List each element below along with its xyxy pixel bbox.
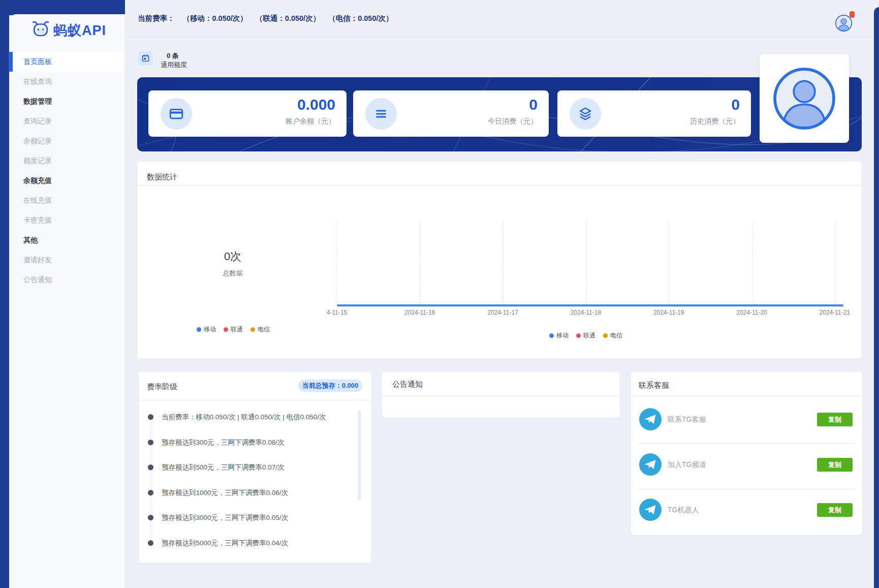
scrollbar-thumb[interactable] (358, 410, 361, 501)
sidebar-item-label: 在线充值 (23, 196, 52, 205)
sidebar-item[interactable]: 首页面板 (9, 52, 124, 72)
layers-icon (570, 98, 601, 130)
sidebar-section-header: 余额充值 (9, 171, 124, 191)
sidebar-item-label: 查询记录 (23, 117, 52, 126)
tier-bullet (148, 440, 153, 445)
profile-avatar-card (760, 54, 849, 143)
user-avatar-button[interactable] (835, 14, 853, 32)
chart-gridline (835, 222, 835, 305)
legend-dot (576, 333, 581, 338)
stat-card: 0.000账户余额（元） (148, 90, 347, 137)
notice-title: 公告通知 (392, 380, 423, 389)
current-rates: 当前费率： （移动：0.050/次）（联通：0.050/次）（电信：0.050/… (138, 0, 393, 37)
chart-gridline (420, 222, 420, 305)
stat-label: 今日消费（元） (488, 117, 538, 126)
sidebar-item[interactable]: 余额记录 (9, 131, 124, 151)
stat-value: 0.000 (286, 96, 335, 114)
telegram-icon (639, 408, 662, 430)
tier-text: 预存额达到1000元，三网下调费率0.06/次 (162, 488, 288, 498)
legend-label: 联通 (231, 325, 243, 334)
legend-dot (603, 333, 608, 338)
tier-bullet (148, 465, 153, 470)
legend-item[interactable]: 移动 (549, 331, 569, 340)
tier-bullet (148, 414, 153, 420)
copy-button[interactable]: 复制 (817, 503, 853, 517)
sidebar-item-label: 其他 (23, 236, 38, 245)
legend-label: 电信 (610, 331, 622, 340)
stat-value: 0 (488, 96, 538, 114)
total-prestore-badge: 当前总预存：0.000 (298, 380, 362, 392)
rate-item-2: （电信：0.050/次） (328, 14, 393, 23)
chart-gridline (503, 222, 504, 305)
legend-item[interactable]: 电信 (250, 325, 270, 334)
copy-button[interactable]: 复制 (817, 458, 853, 472)
chart-legend-left: 移动联通电信 (197, 325, 270, 334)
stat-label: 历史消费（元） (690, 117, 740, 126)
tier-text: 预存额达到5000元，三网下调费率0.04/次 (162, 539, 288, 548)
copy-button[interactable]: 复制 (817, 413, 853, 426)
x-axis-label: 2024-11-19 (653, 309, 684, 316)
stat-content: 0今日消费（元） (488, 96, 538, 126)
sidebar-item[interactable]: 在线充值 (9, 191, 124, 210)
brand-logo: 蚂蚁API (9, 14, 124, 47)
legend-label: 移动 (204, 325, 216, 334)
sidebar-item[interactable]: 额度记录 (9, 151, 124, 171)
sidebar-item[interactable]: 公告通知 (9, 270, 124, 290)
telegram-icon (639, 453, 662, 476)
profile-avatar-icon (772, 67, 836, 131)
sidebar-menu: 首页面板在线查询数据管理查询记录余额记录额度记录余额充值在线充值卡密充值其他邀请… (9, 52, 124, 290)
telegram-icon (639, 499, 662, 521)
legend-item[interactable]: 联通 (576, 331, 595, 340)
divider (638, 443, 855, 444)
ant-icon (32, 20, 50, 41)
stat-value: 0 (690, 96, 740, 114)
chart-gridline (752, 222, 752, 305)
chart-legend-center: 移动联通电信 (549, 331, 622, 340)
chart-total: 0次 总数据 (197, 249, 268, 278)
sidebar-item-label: 余额记录 (23, 137, 52, 146)
credit-card-icon (161, 98, 192, 130)
sidebar-item-label: 在线查询 (23, 77, 52, 86)
chart-total-value: 0次 (197, 249, 268, 264)
list-icon (365, 98, 397, 130)
stat-card: 0今日消费（元） (353, 90, 549, 137)
sidebar-section-header: 数据管理 (9, 91, 124, 111)
rate-item-0: （移动：0.050/次） (183, 14, 247, 23)
rate-tiers-card: 费率阶级 当前总预存：0.000 当前费率：移动0.050/次 | 联通0.05… (139, 372, 371, 563)
sidebar-item[interactable]: 卡密充值 (9, 210, 124, 230)
sidebar-item-label: 余额充值 (23, 176, 52, 185)
support-label: 联系TG客服 (668, 415, 706, 424)
sidebar-item[interactable]: 查询记录 (9, 111, 124, 131)
support-title: 联系客服 (639, 381, 669, 390)
divider (631, 396, 862, 396)
rates-label: 当前费率： (138, 14, 175, 23)
sidebar-item-label: 数据管理 (23, 97, 52, 106)
sidebar-item[interactable]: 邀请好友 (9, 250, 124, 270)
x-axis-label: 2024-11-21 (820, 309, 851, 316)
sidebar-item-label: 公告通知 (23, 275, 52, 285)
chart-data-line (337, 304, 843, 306)
rate-tiers-title: 费率阶级 (147, 382, 177, 392)
page-frame-top (9, 0, 125, 15)
stats-banner: 0.000账户余额（元）0今日消费（元）0历史消费（元） (137, 77, 862, 151)
tier-text: 预存额达到500元，三网下调费率0.07/次 (162, 463, 285, 472)
page-frame-left (0, 0, 9, 588)
legend-dot (549, 333, 554, 338)
sidebar-item-label: 邀请好友 (23, 256, 52, 265)
stat-card: 0历史消费（元） (557, 90, 751, 137)
contact-support-card: 联系客服 联系TG客服复制加入TG频道复制TG机器人复制 (631, 372, 862, 535)
legend-item[interactable]: 联通 (224, 325, 243, 334)
legend-item[interactable]: 移动 (197, 325, 216, 334)
chart-total-label: 总数据 (197, 269, 268, 278)
legend-dot (197, 327, 201, 332)
calendar-icon (141, 54, 150, 63)
chart-gridline (586, 222, 586, 305)
legend-item[interactable]: 电信 (603, 331, 622, 340)
page-frame-right (874, 7, 879, 588)
sidebar-item-label: 卡密充值 (23, 216, 52, 225)
rate-item-1: （联通：0.050/次） (256, 14, 320, 23)
legend-label: 移动 (556, 331, 569, 340)
divider (139, 400, 371, 400)
sidebar-item[interactable]: 在线查询 (9, 72, 124, 91)
quota-count: 0 条 (167, 51, 179, 60)
